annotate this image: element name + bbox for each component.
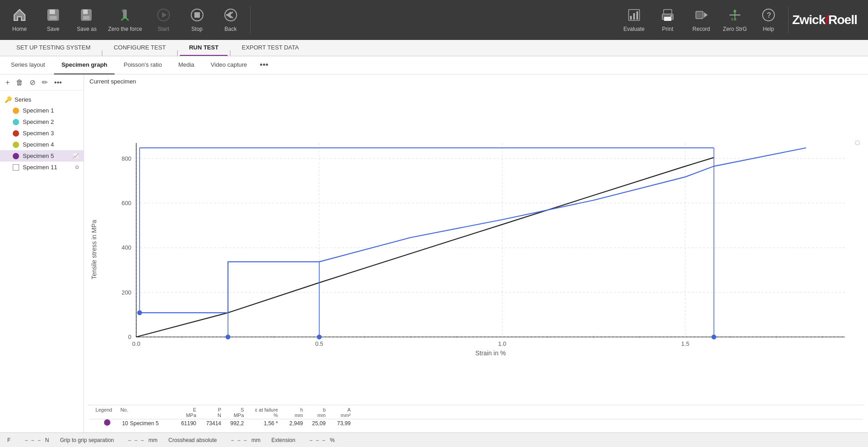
- stop-label: Stop: [191, 26, 203, 32]
- tab-setup[interactable]: SET UP TESTING SYSTEM: [7, 39, 99, 56]
- series-header[interactable]: 🔑 Series: [0, 94, 84, 105]
- resize-icon[interactable]: ⬡: [855, 139, 860, 146]
- reference-line: [136, 157, 714, 337]
- save-as-button[interactable]: + Save as: [71, 2, 103, 38]
- record-button[interactable]: Record: [685, 2, 717, 38]
- nav-tabs: SET UP TESTING SYSTEM | CONFIGURE TEST |…: [0, 40, 868, 56]
- print-button[interactable]: Print: [652, 2, 684, 38]
- start-button[interactable]: Start: [148, 2, 179, 38]
- help-button[interactable]: ? Help: [753, 2, 784, 38]
- series-label: Series: [15, 96, 31, 103]
- specimen-item-3[interactable]: Specimen 3: [0, 128, 84, 139]
- specimen-item-1[interactable]: Specimen 1: [0, 105, 84, 116]
- tab-export[interactable]: EXPORT TEST DATA: [233, 39, 308, 56]
- chart-container[interactable]: Tensile stress in MPa Strain in % 0 200 …: [88, 87, 864, 403]
- specimen-4-label: Specimen 4: [23, 141, 54, 148]
- sub-tab-specimen-graph[interactable]: Specimen graph: [54, 56, 114, 74]
- legend-e: 61190: [169, 420, 196, 427]
- col-a: A mm²: [326, 407, 351, 418]
- svg-point-22: [670, 15, 672, 17]
- svg-text:0: 0: [128, 334, 131, 340]
- specimen-item-4[interactable]: Specimen 4: [0, 139, 84, 150]
- specimen-2-label: Specimen 2: [23, 118, 54, 125]
- legend-a: 73,99: [326, 420, 351, 427]
- svg-marker-10: [162, 12, 167, 18]
- specimen-3-label: Specimen 3: [23, 130, 54, 137]
- sub-tab-media[interactable]: Media: [171, 56, 201, 74]
- more-tabs-button[interactable]: •••: [256, 60, 272, 70]
- svg-rect-2: [50, 16, 57, 20]
- svg-text:200: 200: [122, 289, 131, 296]
- specimen-5-color: [13, 153, 19, 159]
- specimen-11-icon: ⊙: [75, 164, 79, 170]
- svg-rect-1: [50, 10, 55, 14]
- exclude-specimen-button[interactable]: ⊘: [28, 77, 37, 88]
- tab-run[interactable]: RUN TEST: [180, 39, 228, 56]
- stop-button[interactable]: Stop: [181, 2, 213, 38]
- nav-separator-2: |: [175, 49, 180, 56]
- evaluate-button[interactable]: Evaluate: [618, 2, 650, 38]
- zero-strg-label: Zero StrG: [723, 26, 747, 32]
- grip-value: – – –: [118, 437, 145, 443]
- specimen-5-vertical-dot: [317, 334, 322, 339]
- y-axis-label: Tensile stress in MPa: [90, 220, 98, 279]
- back-label: Back: [224, 26, 237, 32]
- home-button[interactable]: Home: [4, 2, 35, 38]
- nav-separator-3: |: [228, 49, 233, 56]
- svg-text:400: 400: [122, 244, 131, 251]
- save-label: Save: [47, 26, 59, 32]
- more-options-button[interactable]: •••: [52, 78, 64, 88]
- tab-configure[interactable]: CONFIGURE TEST: [104, 39, 175, 56]
- toolbar: Home Save + Save as: [0, 0, 868, 40]
- legend-rows: 10 Specimen 5 61190 73414 992,2 1,56 * 2…: [89, 419, 863, 427]
- legend-dot: [104, 419, 110, 426]
- graph-area: Current specimen Tensile stress in MPa S…: [84, 74, 868, 432]
- status-grip: Grip to grip separation – – – mm: [60, 437, 158, 443]
- f-label: F: [7, 437, 10, 443]
- start-icon: [156, 8, 171, 24]
- save-as-label: Save as: [77, 26, 96, 32]
- svg-rect-14: [226, 14, 231, 16]
- sub-tabs: Series layout Specimen graph Poisson's r…: [0, 56, 868, 74]
- series-key-icon: 🔑: [5, 96, 12, 103]
- add-specimen-button[interactable]: +: [4, 78, 11, 88]
- start-label: Start: [158, 26, 169, 32]
- specimen-item-2[interactable]: Specimen 2: [0, 116, 84, 128]
- status-crosshead: Crosshead absolute – – – mm: [169, 437, 261, 443]
- sub-tab-video[interactable]: Video capture: [203, 56, 254, 74]
- print-label: Print: [662, 26, 674, 32]
- col-p: P N: [196, 407, 221, 418]
- home-label: Home: [12, 26, 27, 32]
- specimen-3-color: [13, 130, 19, 137]
- help-label: Help: [763, 26, 774, 32]
- sub-tab-series-layout[interactable]: Series layout: [4, 56, 52, 74]
- svg-text:?: ?: [767, 11, 771, 19]
- zero-force-button[interactable]: 0 Zero the force: [104, 2, 146, 38]
- svg-text:0.0: 0.0: [132, 340, 140, 347]
- svg-point-25: [734, 10, 736, 13]
- specimen-11-color: [13, 164, 19, 171]
- specimen-item-5[interactable]: Specimen 5 📈: [0, 150, 84, 162]
- svg-text:800: 800: [122, 155, 131, 162]
- legend-no: 10: [112, 420, 128, 427]
- specimen-item-11[interactable]: Specimen 11 ⊙: [0, 162, 84, 173]
- col-legend: Legend: [89, 407, 112, 418]
- evaluate-icon: [627, 8, 641, 24]
- toolbar-separator-2: [788, 6, 789, 34]
- delete-specimen-button[interactable]: 🗑: [14, 78, 25, 88]
- sub-tab-poissons[interactable]: Poisson's ratio: [116, 56, 169, 74]
- svg-rect-21: [664, 17, 671, 21]
- sidebar: + 🗑 ⊘ ✏ ••• 🔑 Series Specimen 1 Specimen…: [0, 74, 84, 432]
- zero-strg-button[interactable]: 0.0 Zero StrG: [719, 2, 751, 38]
- legend-b: 25,09: [303, 420, 326, 427]
- series-tree: 🔑 Series Specimen 1 Specimen 2 Specimen …: [0, 91, 84, 432]
- nav-separator-1: |: [99, 49, 104, 56]
- crosshead-value: – – –: [220, 437, 248, 443]
- back-button[interactable]: Back: [215, 2, 247, 38]
- svg-rect-4: [83, 10, 88, 14]
- specimen-5-shape: [139, 262, 319, 313]
- svg-text:0.5: 0.5: [315, 340, 323, 347]
- status-bar: F – – – N Grip to grip separation – – – …: [0, 432, 868, 447]
- save-button[interactable]: Save: [37, 2, 69, 38]
- edit-specimen-button[interactable]: ✏: [40, 77, 50, 88]
